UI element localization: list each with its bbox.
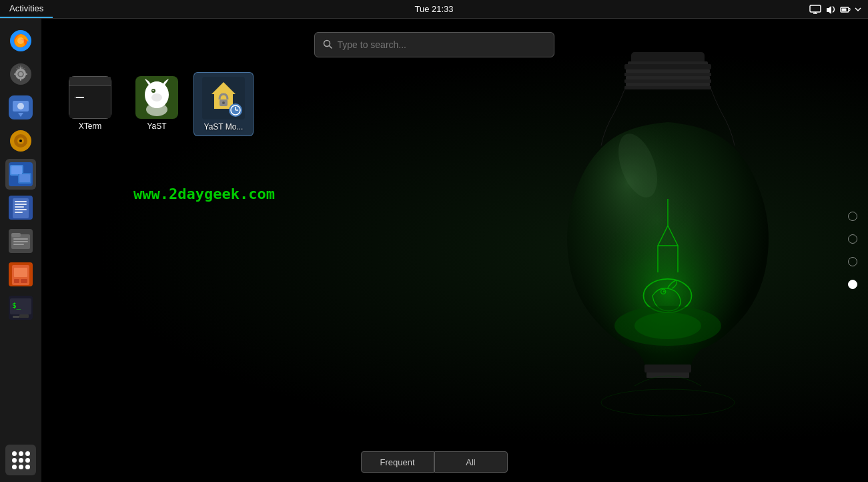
tab-all[interactable]: All — [434, 451, 508, 473]
yast2-icon-image — [202, 77, 245, 119]
svg-rect-33 — [14, 73, 17, 75]
system-tray — [809, 5, 868, 14]
sidebar-item-terminal[interactable]: $_ — [5, 292, 36, 323]
bottom-tabs: Frequent All — [361, 451, 508, 473]
search-bar — [314, 32, 554, 57]
clock-display: Tue 21:33 — [414, 4, 453, 14]
svg-rect-63 — [14, 279, 19, 283]
sidebar-item-firefox[interactable] — [5, 25, 36, 56]
svg-rect-53 — [15, 212, 23, 213]
svg-rect-0 — [810, 5, 821, 12]
activities-button[interactable]: Activities — [0, 0, 53, 18]
svg-rect-31 — [20, 67, 21, 70]
sidebar: $_ — [0, 19, 41, 482]
icons-row: _ XTerm — [53, 72, 254, 136]
dots-grid-icon — [12, 451, 30, 469]
workspace-dot-4[interactable] — [848, 280, 857, 289]
svg-point-26 — [17, 37, 24, 44]
apps-area: _ XTerm — [53, 72, 868, 136]
svg-point-79 — [151, 93, 162, 101]
svg-point-84 — [222, 101, 225, 104]
app-icon-yast[interactable]: YaST — [127, 72, 187, 136]
app-grid-button[interactable] — [5, 445, 36, 475]
svg-point-30 — [19, 72, 23, 76]
svg-rect-22 — [646, 373, 689, 378]
all-tab-label: All — [466, 457, 475, 467]
svg-rect-45 — [11, 166, 22, 174]
svg-point-23 — [601, 389, 735, 416]
svg-rect-21 — [644, 365, 691, 373]
svg-text:_: _ — [75, 86, 81, 97]
workspace-dots — [848, 212, 857, 289]
topbar: Activities Tue 21:33 — [0, 0, 868, 19]
svg-point-41 — [19, 140, 22, 142]
yast-icon-image — [135, 76, 178, 119]
sidebar-item-photos[interactable] — [5, 159, 36, 190]
svg-rect-56 — [11, 233, 21, 237]
xterm-icon-image: _ — [69, 76, 111, 119]
app-icon-yast2[interactable]: YaST Mo... — [193, 72, 254, 136]
svg-rect-34 — [25, 73, 27, 75]
svg-point-18 — [663, 290, 665, 292]
screen-tray-icon[interactable] — [809, 5, 821, 14]
svg-rect-58 — [13, 241, 28, 242]
svg-rect-62 — [14, 268, 27, 277]
battery-tray-icon[interactable] — [840, 5, 851, 14]
frequent-tab-label: Frequent — [380, 457, 414, 467]
svg-rect-51 — [15, 206, 24, 208]
activities-label: Activities — [9, 3, 43, 13]
svg-rect-50 — [15, 204, 27, 205]
sidebar-item-files[interactable] — [5, 226, 36, 256]
svg-text:$_: $_ — [12, 301, 21, 310]
clock-text: Tue 21:33 — [414, 4, 453, 14]
workspace-dot-1[interactable] — [848, 212, 857, 221]
search-icon — [323, 39, 332, 51]
search-input[interactable] — [338, 39, 546, 50]
sidebar-item-impress[interactable] — [5, 259, 36, 290]
watermark-text: www.2daygeek.com — [133, 186, 275, 202]
sidebar-item-settings[interactable] — [5, 59, 36, 89]
app-icon-xterm[interactable]: _ XTerm — [60, 72, 120, 136]
svg-rect-49 — [15, 201, 27, 202]
svg-rect-32 — [20, 78, 21, 81]
sidebar-item-writer[interactable] — [5, 192, 36, 223]
sidebar-item-presenter[interactable] — [5, 92, 36, 123]
workspace-dot-3[interactable] — [848, 257, 857, 266]
svg-rect-5 — [624, 64, 711, 69]
svg-rect-46 — [19, 174, 30, 182]
yast-label: YaST — [147, 122, 166, 131]
svg-rect-57 — [13, 238, 28, 240]
svg-rect-59 — [13, 244, 24, 245]
svg-point-20 — [634, 312, 701, 339]
svg-point-78 — [153, 90, 154, 91]
volume-tray-icon[interactable] — [825, 5, 836, 14]
svg-point-80 — [146, 103, 167, 116]
workspace-dot-2[interactable] — [848, 234, 857, 244]
svg-rect-52 — [15, 209, 27, 210]
tray-dropdown-icon[interactable] — [855, 7, 861, 12]
desktop: $_ — [0, 19, 868, 482]
svg-rect-2 — [842, 8, 847, 11]
svg-point-37 — [17, 103, 24, 109]
yast2-label: YaST Mo... — [204, 122, 244, 132]
svg-rect-69 — [19, 314, 29, 318]
svg-rect-68 — [13, 316, 19, 318]
search-container — [314, 32, 554, 57]
xterm-label: XTerm — [79, 122, 102, 131]
svg-rect-64 — [21, 279, 27, 283]
tab-frequent[interactable]: Frequent — [361, 451, 434, 473]
sidebar-item-audio[interactable] — [5, 126, 36, 156]
watermark-label: www.2daygeek.com — [133, 186, 275, 202]
